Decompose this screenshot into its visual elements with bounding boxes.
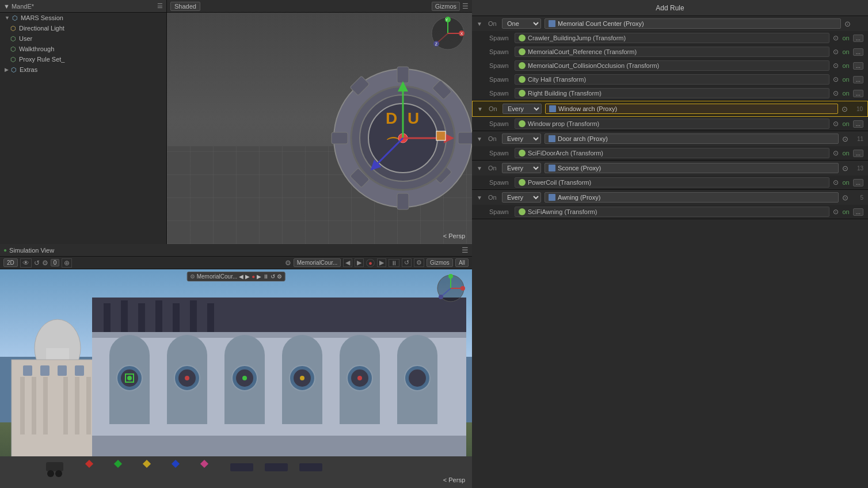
proxy-ref-10[interactable]: Window arch (Proxy) (545, 104, 838, 114)
rule-info-icon-5[interactable]: ⊙ (842, 193, 848, 202)
hierarchy-item-label: Extras (20, 66, 37, 73)
hierarchy-item-mars-session[interactable]: ▼ ⬡ MARS Session (0, 13, 166, 23)
sim-menu-icon[interactable]: ☰ (462, 246, 469, 254)
count-badge: 0 (51, 259, 60, 266)
spawn-dots-1-3[interactable]: ... (853, 62, 863, 70)
svg-point-102 (439, 295, 443, 299)
condition-select-5[interactable]: One Every (502, 192, 541, 203)
expand-arrow: ▼ (5, 15, 10, 21)
transform-ref-11-1[interactable]: SciFiDoorArch (Transform) (515, 148, 829, 158)
svg-rect-33 (20, 377, 25, 434)
loop-btn[interactable]: ↺ (402, 258, 412, 267)
main-wrapper: ▼ MandE* ☰ ▼ ⬡ MARS Session ⬡ Directiona… (0, 0, 868, 488)
hierarchy-item-directional-light[interactable]: ⬡ Directional Light (7, 23, 166, 33)
pause-btn[interactable]: ⏸ (389, 259, 399, 267)
spawn-dots-1-4[interactable]: ... (853, 76, 863, 83)
prev-btn[interactable]: ◀ (343, 258, 352, 267)
view-icon[interactable]: 👁 (20, 258, 32, 268)
condition-select-1[interactable]: One Every All Random (502, 18, 541, 29)
transform-ref-1-3[interactable]: MemorialCourt_CollisionOcclusion (Transf… (515, 60, 829, 71)
transform-ref-5-1[interactable]: SciFiAwning (Transform) (515, 207, 829, 217)
circle-icon: ● (3, 247, 7, 253)
transform-ref-1-5[interactable]: Right Building (Transform) (515, 88, 829, 98)
settings-icon[interactable]: ⚙ (42, 259, 48, 267)
spawn-dots-5-1[interactable]: ... (853, 208, 863, 216)
transform-icon[interactable]: ⊕ (62, 258, 72, 268)
prev-small-btn[interactable]: ◀ (239, 273, 243, 280)
hierarchy-item-user[interactable]: ⬡ User (7, 33, 166, 44)
viewport-menu-icon[interactable]: ☰ (462, 2, 469, 10)
rules-container: ▼ On One Every All Random Memorial Court… (472, 16, 868, 488)
rule-header-5: ▼ On One Every Awning (Proxy) ⊙ 5 (472, 190, 868, 205)
spawn-dots-11-1[interactable]: ... (853, 150, 863, 157)
pause-small-btn[interactable]: ⏸ (263, 273, 269, 280)
transform-ref-1-1[interactable]: Crawler_BuildingJump (Transform) (515, 33, 829, 43)
stop-btn[interactable]: ● (366, 259, 375, 267)
spawn-info-1-1[interactable]: ⊙ (833, 34, 839, 42)
hierarchy-item-walkthrough[interactable]: ⬡ Walkthrough (7, 44, 166, 54)
spawn-dots-10-1[interactable]: ... (853, 120, 863, 128)
rule-info-icon-10[interactable]: ⊙ (842, 105, 848, 113)
spawn-info-1-4[interactable]: ⊙ (833, 75, 839, 83)
play-small-btn[interactable]: ▶ (257, 273, 261, 280)
hierarchy-item-proxy-rule-set[interactable]: ⬡ Proxy Rule Set_ (7, 54, 166, 64)
transform-ref-13-1[interactable]: PowerCoil (Transform) (515, 177, 829, 188)
spawn-dots-13-1[interactable]: ... (853, 179, 863, 186)
gizmos-label[interactable]: Gizmos (427, 258, 453, 267)
proxy-name-1: Memorial Court Center (Proxy) (558, 20, 644, 27)
next-small-btn[interactable]: ▶ (245, 273, 250, 280)
gear-small-btn[interactable]: ⚙ (277, 273, 282, 280)
svg-rect-44 (92, 298, 466, 332)
spawn-info-10-1[interactable]: ⊙ (833, 120, 839, 128)
next-btn[interactable]: ▶ (355, 258, 364, 267)
refresh-icon[interactable]: ↺ (34, 259, 40, 267)
settings-icon-small[interactable]: ⚙ (190, 273, 195, 280)
rule-toggle-5[interactable]: ▼ (477, 195, 485, 201)
spawn-dots-1-5[interactable]: ... (853, 90, 863, 97)
spawn-info-1-3[interactable]: ⊙ (833, 62, 839, 70)
rule-toggle-10[interactable]: ▼ (477, 106, 485, 112)
transform-ref-1-4[interactable]: City Hall (Transform) (515, 74, 829, 85)
hierarchy-menu-icon[interactable]: ☰ (157, 2, 163, 10)
bottom-sim-area: ● Simulation View ☰ 2D 👁 ↺ ⚙ 0 ⊕ ⚙ Memor… (0, 244, 472, 488)
svg-point-72 (300, 376, 304, 380)
settings2-icon[interactable]: ⚙ (285, 259, 291, 267)
proxy-ref-5[interactable]: Awning (Proxy) (545, 192, 839, 203)
spawn-info-13-1[interactable]: ⊙ (833, 178, 839, 186)
proxy-ref-1[interactable]: Memorial Court Center (Proxy) (545, 18, 841, 29)
svg-point-81 (409, 369, 426, 387)
spawn-info-5-1[interactable]: ⊙ (833, 208, 839, 216)
hierarchy-panel: ▼ MandE* ☰ ▼ ⬡ MARS Session ⬡ Directiona… (0, 0, 167, 244)
transform-ref-10-1[interactable]: Window prop (Transform) (515, 119, 829, 129)
loop-small-btn[interactable]: ↺ (271, 273, 275, 280)
svg-text:Z: Z (435, 42, 438, 46)
proxy-ref-11[interactable]: Door arch (Proxy) (545, 134, 839, 144)
rule-info-icon-1[interactable]: ⊙ (844, 20, 851, 28)
transform-ref-1-2[interactable]: MemorialCourt_Reference (Transform) (515, 47, 829, 57)
rule-info-icon-11[interactable]: ⊙ (842, 135, 848, 143)
2d-btn[interactable]: 2D (3, 258, 18, 267)
spawn-info-11-1[interactable]: ⊙ (833, 149, 839, 157)
spawn-info-1-5[interactable]: ⊙ (833, 89, 839, 97)
rule-toggle-13[interactable]: ▼ (477, 165, 485, 171)
condition-select-10[interactable]: One Every (502, 104, 542, 114)
rule-info-icon-13[interactable]: ⊙ (842, 164, 848, 173)
rule-toggle-1[interactable]: ▼ (477, 21, 485, 27)
rule-toggle-11[interactable]: ▼ (477, 136, 485, 142)
condition-select-13[interactable]: One Every (502, 163, 541, 173)
spawn-info-1-2[interactable]: ⊙ (833, 48, 839, 56)
on-label-5: On (488, 194, 498, 201)
gear-btn[interactable]: ⚙ (414, 258, 424, 267)
svg-rect-42 (75, 365, 84, 376)
play-btn[interactable]: ▶ (377, 258, 386, 267)
hierarchy-item-extras[interactable]: ▶ ⬡ Extras (0, 64, 166, 75)
all-label[interactable]: All (455, 258, 469, 267)
spawn-dots-1-2[interactable]: ... (853, 48, 863, 56)
shaded-label[interactable]: Shaded (170, 2, 200, 11)
proxy-ref-13[interactable]: Sconce (Proxy) (545, 163, 839, 173)
gizmos-btn[interactable]: Gizmos (432, 2, 460, 11)
spawn-dots-1-1[interactable]: ... (853, 35, 863, 42)
condition-select-11[interactable]: One Every (502, 134, 541, 144)
spawn-on-5-1: on (842, 208, 849, 215)
stop-small-btn[interactable]: ● (252, 273, 255, 280)
